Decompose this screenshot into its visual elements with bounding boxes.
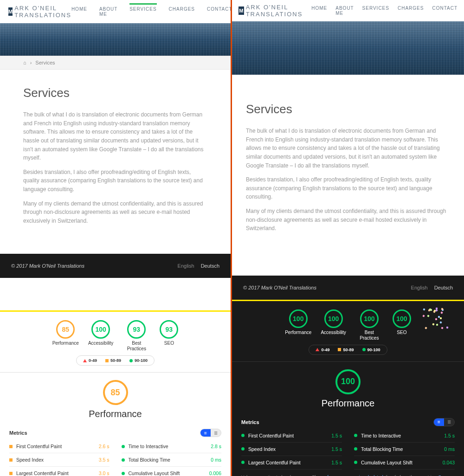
logo-icon[interactable]: M [8,7,13,16]
metric-value: 1.5 s [331,460,342,465]
expand-view-icon[interactable]: ≡ [200,429,211,437]
logo-text[interactable]: ARK O'NEIL TRANSLATIONS [246,4,312,18]
square-icon [338,348,341,351]
breadcrumb: ⌂ › Services [0,56,231,70]
status-icon [354,434,357,437]
status-icon [122,458,125,462]
nav-contact[interactable]: CONTACT [207,6,232,17]
performance-gauge-large: 85 Performance [9,373,221,424]
metric-name: Total Blocking Time [361,446,403,452]
metrics-view-toggle[interactable]: ≡ ≣ [200,429,221,437]
metric-name: Total Blocking Time [129,457,170,463]
nav-home[interactable]: HOME [311,6,327,16]
metrics-disclaimer: Values are estimated and may vary. The p… [241,474,455,476]
paragraph: Besides translation, I also offer proofr… [23,168,207,194]
metric-row: Cumulative Layout Shift0.006 [122,467,222,476]
confetti-icon [422,307,464,334]
metric-name: Cumulative Layout Shift [361,460,412,465]
gauge-seo[interactable]: 93 SEO [160,320,178,352]
status-icon [241,447,245,450]
metric-row: Speed Index3.5 s [9,453,110,467]
metric-name: First Contentful Paint [16,444,62,449]
status-icon [241,434,245,437]
gauge-performance[interactable]: 85 Performance [52,320,79,352]
metric-value: 0.043 [443,460,455,465]
collapse-view-icon[interactable]: ≣ [444,418,454,426]
lang-deutsch[interactable]: Deutsch [201,263,219,269]
metric-value: 1.5 s [331,446,342,452]
metrics-view-toggle[interactable]: ≡ ≣ [433,418,455,426]
main-nav: HOME ABOUT ME SERVICES CHARGES CONTACT [71,6,232,17]
square-icon [105,359,109,362]
hero-image [232,21,464,75]
metric-row: Speed Index1.5 s [241,443,342,456]
metric-name: Time to Interactive [361,433,401,438]
metric-row: First Contentful Paint1.5 s [241,429,342,443]
metrics-label: Metrics [9,430,27,436]
metric-row: First Contentful Paint2.6 s [9,440,110,453]
status-icon [122,445,125,448]
nav-home[interactable]: HOME [71,6,87,17]
metric-row: Largest Contentful Paint3.0 s [9,467,110,476]
paragraph: Many of my clients demand the utmost con… [23,199,207,225]
gauge-best-practices[interactable]: 100 Best Practices [355,309,383,341]
status-icon [122,472,125,475]
status-icon [354,447,357,450]
nav-charges[interactable]: CHARGES [398,6,424,16]
metric-value: 3.0 s [99,470,110,476]
expand-view-icon[interactable]: ≡ [434,418,444,426]
metric-value: 0 ms [211,457,221,463]
gauge-performance[interactable]: 100 Performance [285,309,311,341]
status-icon [9,472,13,475]
nav-about[interactable]: ABOUT ME [335,6,354,16]
lang-deutsch[interactable]: Deutsch [434,285,453,290]
site-header: M ARK O'NEIL TRANSLATIONS HOME ABOUT ME … [0,0,231,23]
breadcrumb-current: Services [35,60,55,65]
copyright: © 2017 Mark O'Neil Translations [11,263,84,269]
lang-english[interactable]: English [411,285,428,290]
metric-name: Largest Contentful Paint [16,470,69,476]
home-icon[interactable]: ⌂ [23,60,26,65]
metrics-label: Metrics [241,419,259,425]
chevron-right-icon: › [30,60,32,65]
circle-icon [362,348,366,351]
site-footer: © 2017 Mark O'Neil Translations English … [232,276,464,300]
metric-row: Cumulative Layout Shift0.043 [354,456,455,470]
logo-icon[interactable]: M [238,6,244,15]
status-icon [354,461,357,464]
calc-link[interactable]: performance score is calculated [321,474,383,476]
score-legend: 0-49 50-89 90-100 [76,355,155,366]
lang-english[interactable]: English [178,263,194,269]
paragraph: Besides translation, I also offer proofr… [246,175,450,201]
performance-heading: Performance [89,409,142,419]
metric-row: Time to Interactive1.5 s [354,429,455,443]
gauge-accessibility[interactable]: 100 Accessibility [88,320,113,352]
performance-heading: Performance [322,398,375,409]
paragraph: The bulk of what I do is translation of … [23,110,207,162]
logo-text[interactable]: ARK O'NEIL TRANSLATIONS [14,5,71,19]
nav-about[interactable]: ABOUT ME [99,6,117,17]
metric-value: 3.5 s [99,457,110,463]
metric-row: Total Blocking Time0 ms [122,453,222,467]
nav-contact[interactable]: CONTACT [432,6,458,16]
score-legend: 0-49 50-89 90-100 [309,345,387,355]
metric-name: Largest Contentful Paint [248,460,301,465]
gauge-accessibility[interactable]: 100 Accessibility [321,309,346,341]
metric-row: Total Blocking Time0 ms [354,443,455,456]
metric-value: 1.5 s [444,433,455,438]
site-header: M ARK O'NEIL TRANSLATIONS HOME ABOUT ME … [232,0,464,21]
metric-value: 2.8 s [211,444,221,449]
metric-row: Time to Interactive2.8 s [122,440,222,453]
metric-value: 0.006 [209,470,221,476]
metric-value: 0 ms [444,446,455,452]
gauge-seo[interactable]: 100 SEO [393,309,411,341]
page-title: Services [246,100,450,118]
collapse-view-icon[interactable]: ≣ [211,429,221,437]
nav-charges[interactable]: CHARGES [169,6,195,17]
nav-services[interactable]: SERVICES [362,6,389,16]
status-icon [241,461,245,464]
nav-services[interactable]: SERVICES [129,3,156,17]
gauge-best-practices[interactable]: 93 Best Practices [122,320,150,352]
triangle-icon [316,348,319,351]
metric-row: Largest Contentful Paint1.5 s [241,456,342,470]
